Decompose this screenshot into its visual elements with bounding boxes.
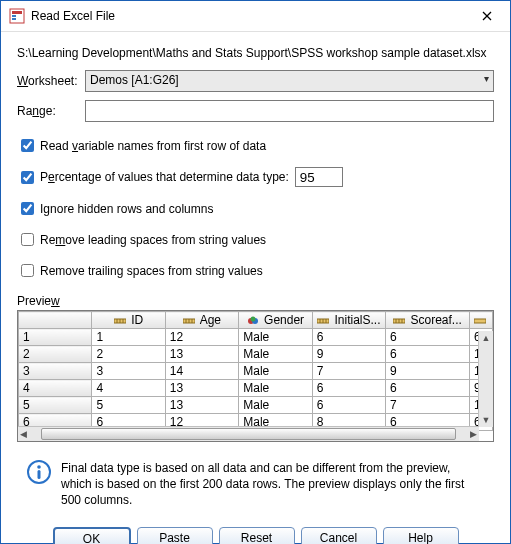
col-header[interactable]: Age [165,312,238,329]
check-read-var-names[interactable]: Read variable names from first row of da… [17,136,494,155]
cell[interactable]: 13 [165,346,238,363]
svg-rect-2 [12,15,16,17]
dialog-content: S:\Learning Development\Maths and Stats … [1,32,510,544]
close-icon[interactable] [472,1,502,31]
table-row[interactable]: 3314Male7917 [19,363,493,380]
paste-button[interactable]: Paste [137,527,213,544]
preview-table: ID Age Gender InitialS... [18,311,493,431]
table-row[interactable]: 1112Male666 [19,329,493,346]
table-row[interactable]: 4413Male669 [19,380,493,397]
cell[interactable]: 6 [386,329,470,346]
cell[interactable]: Male [239,380,312,397]
svg-rect-3 [12,18,16,20]
dialog-window: Read Excel File S:\Learning Development\… [0,0,511,544]
cell[interactable]: 6 [312,397,385,414]
col-header[interactable]: Gender [239,312,312,329]
svg-point-27 [37,465,41,469]
worksheet-dropdown[interactable]: Demos [A1:G26] [85,70,494,92]
checkbox-read-var-names[interactable] [21,139,34,152]
ruler-icon [474,315,486,327]
preview-label: Preview [17,294,494,308]
ruler-icon [393,315,405,327]
cell[interactable]: 6 [386,346,470,363]
range-input[interactable] [85,100,494,122]
check-ignore-hidden[interactable]: Ignore hidden rows and columns [17,199,494,218]
cell[interactable]: 14 [165,363,238,380]
window-title: Read Excel File [31,9,472,23]
info-text: Final data type is based on all data and… [61,460,484,509]
cell[interactable]: 13 [165,397,238,414]
ruler-icon [317,315,329,327]
app-icon [9,8,25,24]
nominal-icon [247,315,259,327]
horizontal-scrollbar[interactable] [18,426,479,441]
help-button[interactable]: Help [383,527,459,544]
titlebar: Read Excel File [1,1,510,32]
ruler-icon [114,315,126,327]
col-header[interactable]: Scoreaf... [386,312,470,329]
button-row: OK Paste Reset Cancel Help [17,527,494,544]
cell[interactable]: 12 [165,329,238,346]
cell[interactable]: 7 [312,363,385,380]
ruler-icon [183,315,195,327]
cell[interactable]: Male [239,329,312,346]
vertical-scrollbar[interactable] [478,331,493,427]
svg-point-16 [250,316,255,321]
svg-rect-1 [12,11,22,14]
svg-rect-25 [474,319,486,323]
worksheet-label: Worksheet: [17,74,85,88]
cell[interactable]: 3 [92,363,165,380]
svg-rect-28 [38,470,41,479]
cell[interactable]: 9 [386,363,470,380]
cell[interactable]: 9 [312,346,385,363]
cell[interactable]: 13 [165,380,238,397]
worksheet-value: Demos [A1:G26] [90,73,179,87]
cancel-button[interactable]: Cancel [301,527,377,544]
checkbox-remove-trailing[interactable] [21,264,34,277]
cell[interactable]: 7 [386,397,470,414]
row-header: 3 [19,363,92,380]
row-header: 2 [19,346,92,363]
cell[interactable]: Male [239,397,312,414]
preview-table-wrap: ID Age Gender InitialS... [17,310,494,442]
col-header[interactable] [469,312,492,329]
info-row: Final data type is based on all data and… [17,460,494,509]
reset-button[interactable]: Reset [219,527,295,544]
col-header[interactable]: ID [92,312,165,329]
file-path: S:\Learning Development\Maths and Stats … [17,46,494,60]
ok-button[interactable]: OK [53,527,131,544]
info-icon [27,460,51,484]
cell[interactable]: Male [239,363,312,380]
cell[interactable]: 4 [92,380,165,397]
cell[interactable]: 2 [92,346,165,363]
cell[interactable]: 6 [312,329,385,346]
cell[interactable]: 6 [386,380,470,397]
cell[interactable]: 1 [92,329,165,346]
table-row[interactable]: 2213Male9610 [19,346,493,363]
cell[interactable]: Male [239,346,312,363]
check-remove-trailing[interactable]: Remove trailing spaces from string value… [17,261,494,280]
row-header: 5 [19,397,92,414]
col-header[interactable] [19,312,92,329]
checkbox-ignore-hidden[interactable] [21,202,34,215]
checkbox-remove-leading[interactable] [21,233,34,246]
checkbox-pct-values[interactable] [21,171,34,184]
cell[interactable]: 5 [92,397,165,414]
cell[interactable]: 6 [312,380,385,397]
col-header[interactable]: InitialS... [312,312,385,329]
table-header-row: ID Age Gender InitialS... [19,312,493,329]
range-label: Range: [17,104,85,118]
table-row[interactable]: 5513Male6716 [19,397,493,414]
check-pct-values[interactable]: Percentage of values that determine data… [17,167,494,187]
pct-input[interactable] [295,167,343,187]
check-remove-leading[interactable]: Remove leading spaces from string values [17,230,494,249]
row-header: 1 [19,329,92,346]
row-header: 4 [19,380,92,397]
